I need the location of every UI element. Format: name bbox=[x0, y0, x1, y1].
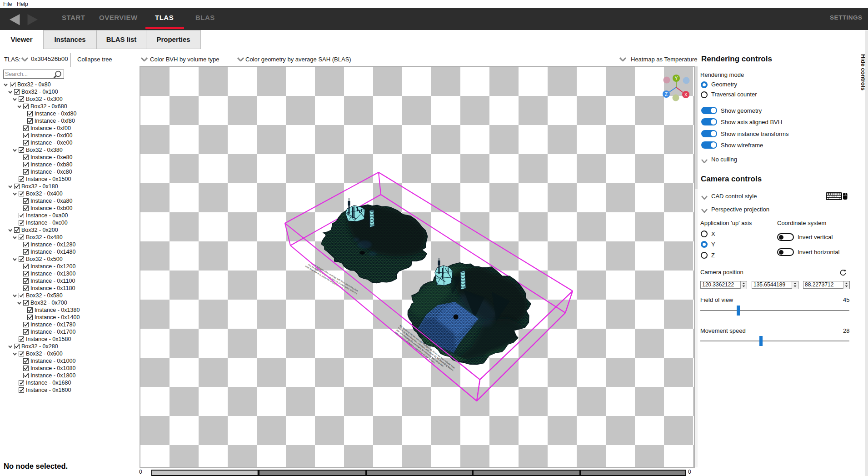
svg-text:X: X bbox=[684, 92, 688, 97]
svg-text:Y: Y bbox=[675, 76, 678, 81]
svg-text:Z: Z bbox=[665, 92, 668, 97]
